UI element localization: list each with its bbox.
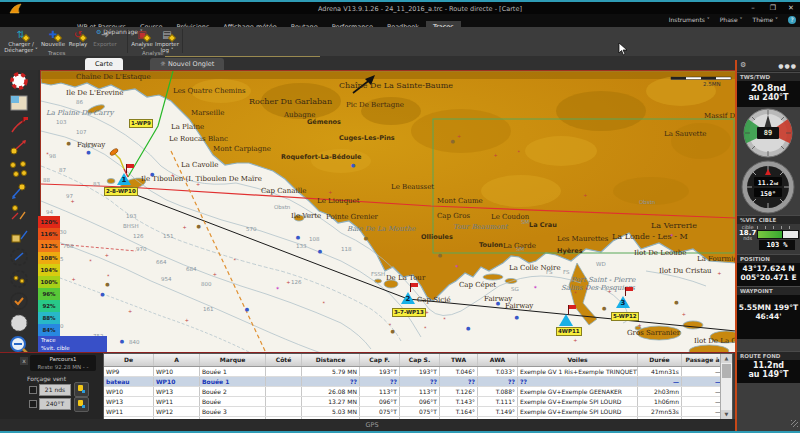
table-row[interactable]: WP10WP13Bouée 226.08 MN113°T113°TT.126°T… bbox=[104, 387, 732, 397]
speed-legend: 120%116%112%108%104%100%96%92%88%84% bbox=[38, 216, 60, 336]
column-header[interactable]: Côté bbox=[266, 354, 302, 366]
waypoint-label[interactable]: 2-8-WP10 bbox=[104, 187, 138, 196]
gear-icon[interactable]: ⚙ bbox=[740, 61, 746, 69]
replay-button[interactable]: ↺ Replay bbox=[66, 29, 90, 47]
table-row[interactable]: bateauWP10Bouée 1????????????—— bbox=[104, 377, 732, 387]
status-bar: GPS bbox=[0, 419, 800, 431]
wind-speed-field[interactable]: 21 nds bbox=[39, 384, 71, 396]
chart-view-icon[interactable] bbox=[7, 93, 31, 114]
chart-symbol: ● bbox=[674, 300, 678, 305]
help-icon[interactable]: ? bbox=[788, 16, 796, 24]
theme-menu[interactable]: Thème ˅ bbox=[752, 16, 778, 23]
chart-symbol: ● bbox=[318, 249, 322, 254]
waypoint-marker-4WP11[interactable] bbox=[559, 314, 573, 326]
route-edit-icon[interactable] bbox=[7, 225, 31, 246]
gps-status: GPS bbox=[352, 421, 392, 429]
nouvelle-button[interactable]: ✚ Nouvelle bbox=[40, 29, 66, 47]
selection-circle-icon[interactable] bbox=[7, 313, 31, 334]
chart-symbol: ● bbox=[364, 236, 368, 241]
track-flag-icon[interactable] bbox=[7, 115, 31, 136]
scroll-up-icon[interactable]: ▲ bbox=[721, 354, 732, 363]
instruments-menu[interactable]: Instruments ˅ bbox=[669, 16, 710, 23]
chart-symbol: ● bbox=[466, 326, 470, 331]
chart-label: La Plaine bbox=[171, 123, 204, 131]
options-dots-icon[interactable]: ●●● bbox=[778, 60, 797, 71]
table-row[interactable]: WP9WP10Bouée 15.79 MN193°T193°TT.046°T.0… bbox=[104, 367, 732, 377]
maximize-button[interactable]: ❐ bbox=[766, 4, 780, 13]
wind-speed-picker-button[interactable] bbox=[74, 382, 89, 397]
sidebar-resize-grip[interactable] bbox=[791, 420, 798, 427]
chart-symbol: + bbox=[607, 289, 611, 294]
waypoint-marker-2[interactable]: 2 bbox=[401, 292, 415, 304]
parcours-panel: x Parcours1Reste 92.28 MN - - Forçage ve… bbox=[0, 353, 103, 420]
column-header[interactable]: Marque bbox=[200, 354, 266, 366]
minimize-button[interactable]: – bbox=[746, 4, 760, 13]
mob-lifebuoy-icon[interactable] bbox=[7, 71, 31, 92]
chart-label: Baie De La Mouthe bbox=[347, 225, 415, 233]
instruments-sidebar: ⚙ ●●● TWS/TWD 20.8nd au 240°T bbox=[735, 60, 800, 431]
waypoint-arrows-icon[interactable] bbox=[7, 203, 31, 224]
table-cell: ?? bbox=[518, 377, 638, 386]
waypoint-marker-3[interactable]: 3 bbox=[616, 296, 630, 308]
table-cell: Bouée bbox=[200, 397, 266, 406]
column-header[interactable]: TWA bbox=[440, 354, 478, 366]
column-header[interactable]: Passage à bbox=[682, 354, 724, 366]
charger-decharger-button[interactable]: ⇅ Charger /Décharger ˅ bbox=[4, 29, 38, 53]
depth-sounding: 954 bbox=[161, 276, 172, 282]
chart-symbol: * bbox=[443, 317, 446, 322]
legend-entry: 88% bbox=[38, 312, 60, 324]
table-cell: 1h06mn bbox=[638, 397, 682, 406]
phase-menu[interactable]: Phase ˅ bbox=[720, 16, 743, 23]
waypoint-label[interactable]: 5-WP12 bbox=[611, 312, 639, 321]
chart-label: Marseille bbox=[191, 109, 224, 117]
nautical-chart[interactable]: 2.5MN Chaîne De L'EstaqueIle De L'Erevin… bbox=[40, 70, 737, 354]
table-scrollbar[interactable]: ▲ ▼ bbox=[720, 354, 732, 419]
waypoint-marker-1[interactable]: 1 bbox=[117, 173, 131, 185]
circle-arrow-icon[interactable] bbox=[7, 247, 31, 268]
waypoint-blue-route-icon[interactable] bbox=[7, 181, 31, 202]
tab-carte[interactable]: Carte bbox=[85, 58, 123, 70]
waypoint-label[interactable]: 3-7-WP13 bbox=[392, 308, 426, 317]
column-header[interactable]: Cap F. bbox=[360, 354, 400, 366]
waypoint-flag-icon bbox=[568, 305, 569, 314]
column-header[interactable]: AWA bbox=[478, 354, 518, 366]
wind-dir-field[interactable]: 240°T bbox=[39, 398, 71, 410]
depth-sounding: 161 bbox=[203, 306, 214, 312]
wind-dir-picker-button[interactable] bbox=[74, 397, 89, 412]
wind-dir-checkbox[interactable] bbox=[29, 400, 37, 408]
bottom-panel: x Parcours1Reste 92.28 MN - - Forçage ve… bbox=[0, 352, 800, 420]
wind-speed-checkbox[interactable] bbox=[29, 386, 37, 394]
table-cell: WP10 bbox=[154, 367, 200, 376]
column-header[interactable]: A bbox=[154, 354, 200, 366]
table-cell: Bouée 2 bbox=[200, 387, 266, 396]
waypoints-group-icon[interactable] bbox=[7, 159, 31, 180]
close-parcours-button[interactable]: x bbox=[20, 357, 28, 365]
close-button[interactable]: ✕ bbox=[784, 4, 798, 13]
tab-nouvel-onglet[interactable]: ☼ Nouvel Onglet bbox=[150, 58, 224, 70]
waypoint-red-route-icon[interactable] bbox=[7, 137, 31, 158]
table-cell: ?? bbox=[478, 377, 518, 386]
chart-symbol: * bbox=[323, 301, 326, 306]
chart-symbol: * bbox=[46, 152, 49, 157]
column-header[interactable]: Durée bbox=[638, 354, 682, 366]
column-header[interactable]: Cap S. bbox=[400, 354, 440, 366]
table-cell: — bbox=[682, 397, 724, 406]
circle-waypoints-icon[interactable] bbox=[7, 269, 31, 290]
legs-table[interactable]: DeAMarqueCôtéDistanceCap F.Cap S.TWAAWAV… bbox=[103, 353, 733, 422]
column-header[interactable]: De bbox=[104, 354, 154, 366]
table-cell: WP10 bbox=[154, 377, 200, 386]
table-cell: 193°T bbox=[360, 367, 400, 376]
chart-symbol: * bbox=[233, 258, 236, 263]
column-header[interactable]: Voiles bbox=[518, 354, 638, 366]
waypoint-label[interactable]: 4WP11 bbox=[556, 327, 582, 336]
column-header[interactable]: Distance bbox=[302, 354, 360, 366]
table-row[interactable]: WP13WP11Bouée13.27 MN096°T096°TT.143°T.1… bbox=[104, 397, 732, 407]
depth-sounding: 708 bbox=[63, 243, 74, 249]
chart-symbol: ● bbox=[197, 224, 201, 229]
waypoint-label[interactable]: 1-WP9 bbox=[129, 119, 153, 128]
scroll-thumb[interactable] bbox=[722, 364, 731, 378]
scroll-down-icon[interactable]: ▼ bbox=[721, 410, 732, 419]
table-row[interactable]: WP11WP12Bouée 35.03 MN075°T075°TT.164°T.… bbox=[104, 407, 732, 417]
circle-check-icon[interactable] bbox=[7, 291, 31, 312]
adrena-logo-icon bbox=[8, 3, 24, 14]
